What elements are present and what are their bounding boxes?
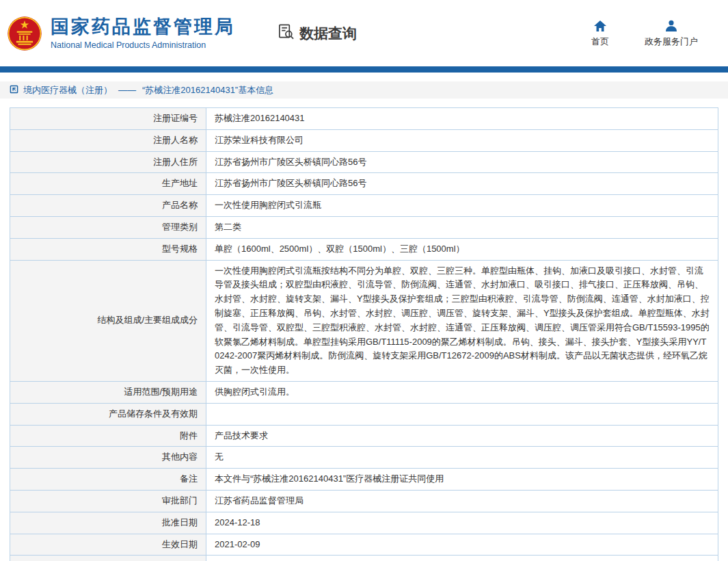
breadcrumb: 境内医疗器械（注册） —— “苏械注准20162140431”基本信息 [0, 81, 728, 99]
top-nav: 首页 政务服务门户 [591, 18, 707, 48]
row-value: 第二类 [206, 216, 718, 238]
doc-search-icon [278, 23, 295, 44]
site-subtitle: National Medical Products Administration [51, 40, 235, 50]
row-label: 管理类别 [10, 216, 206, 238]
row-value: 本文件与“苏械注准20162140431”医疗器械注册证共同使用 [206, 469, 718, 491]
table-row: 注册证编号苏械注准20162140431 [10, 108, 718, 130]
row-value: 单腔（1600ml、2500ml）、双腔（1500ml）、三腔（1500ml） [206, 238, 718, 260]
row-value: 一次性使用胸腔闭式引流瓶按结构不同分为单腔、双腔、三腔三种。单腔型由瓶体、挂钩、… [206, 260, 718, 381]
row-label: 型号规格 [10, 238, 206, 260]
row-value: 2026-02-08 [206, 556, 718, 561]
row-label: 注册人名称 [10, 129, 206, 151]
registration-info-table: 注册证编号苏械注准20162140431注册人名称江苏荣业科技有限公司注册人住所… [10, 107, 718, 561]
row-value: 2024-12-18 [206, 512, 718, 534]
row-label: 结构及组成/主要组成成分 [10, 260, 206, 381]
table-row: 审批部门江苏省药品监督管理局 [10, 490, 718, 512]
nav-portal[interactable]: 政务服务门户 [645, 18, 698, 48]
row-label: 生效日期 [10, 534, 206, 556]
nav-home[interactable]: 首页 [591, 18, 609, 48]
person-icon [664, 18, 678, 32]
table-row: 产品名称一次性使用胸腔闭式引流瓶 [10, 195, 718, 217]
row-label: 注册证编号 [10, 108, 206, 130]
table-row: 注册人名称江苏荣业科技有限公司 [10, 129, 718, 151]
row-label: 备注 [10, 469, 206, 491]
row-label: 生产地址 [10, 173, 206, 195]
table-row: 适用范围/预期用途供胸腔闭式引流用。 [10, 381, 718, 403]
national-emblem-icon [7, 16, 42, 51]
table-row: 批准日期2024-12-18 [10, 512, 718, 534]
table-row: 附件产品技术要求 [10, 425, 718, 447]
table-row: 结构及组成/主要组成成分一次性使用胸腔闭式引流瓶按结构不同分为单腔、双腔、三腔三… [10, 260, 718, 381]
row-value: 江苏省扬州市广陵区头桥镇同心路56号 [206, 151, 718, 173]
row-label: 附件 [10, 425, 206, 447]
row-label: 审批部门 [10, 490, 206, 512]
row-label: 有效期至 [10, 556, 206, 561]
site-brand[interactable]: 国家药品监督管理局 National Medical Products Admi… [7, 16, 235, 51]
row-label: 产品储存条件及有效期 [10, 403, 206, 425]
table-row: 管理类别第二类 [10, 216, 718, 238]
table-row: 注册人住所江苏省扬州市广陵区头桥镇同心路56号 [10, 151, 718, 173]
table-row: 其他内容无 [10, 447, 718, 469]
registration-info-table-wrap: 注册证编号苏械注准20162140431注册人名称江苏荣业科技有限公司注册人住所… [10, 107, 718, 561]
table-row: 产品储存条件及有效期 [10, 403, 718, 425]
row-label: 适用范围/预期用途 [10, 381, 206, 403]
table-row: 有效期至2026-02-08 [10, 556, 718, 561]
row-value: 2021-02-09 [206, 534, 718, 556]
table-row: 备注本文件与“苏械注准20162140431”医疗器械注册证共同使用 [10, 469, 718, 491]
table-row: 型号规格单腔（1600ml、2500ml）、双腔（1500ml）、三腔（1500… [10, 238, 718, 260]
row-value: 江苏省扬州市广陵区头桥镇同心路56号 [206, 173, 718, 195]
home-icon [593, 18, 607, 32]
row-label: 产品名称 [10, 195, 206, 217]
header-divider-bar [0, 66, 728, 73]
row-label: 批准日期 [10, 512, 206, 534]
row-value: 产品技术要求 [206, 425, 718, 447]
row-value: 无 [206, 447, 718, 469]
breadcrumb-separator: —— [118, 85, 136, 95]
data-query-title: 数据查询 [278, 23, 357, 44]
row-value: 供胸腔闭式引流用。 [206, 381, 718, 403]
breadcrumb-current: “苏械注准20162140431”基本信息 [142, 84, 273, 96]
top-header: 国家药品监督管理局 National Medical Products Admi… [0, 0, 728, 66]
breadcrumb-icon [10, 85, 18, 96]
row-value: 江苏荣业科技有限公司 [206, 129, 718, 151]
site-title: 国家药品监督管理局 [51, 16, 235, 38]
row-value: 一次性使用胸腔闭式引流瓶 [206, 195, 718, 217]
row-label: 其他内容 [10, 447, 206, 469]
row-label: 注册人住所 [10, 151, 206, 173]
info-table-body: 注册证编号苏械注准20162140431注册人名称江苏荣业科技有限公司注册人住所… [10, 108, 718, 561]
row-value: 江苏省药品监督管理局 [206, 490, 718, 512]
row-value [206, 403, 718, 425]
table-row: 生效日期2021-02-09 [10, 534, 718, 556]
breadcrumb-category[interactable]: 境内医疗器械（注册） [23, 84, 112, 96]
row-value: 苏械注准20162140431 [206, 108, 718, 130]
table-row: 生产地址江苏省扬州市广陵区头桥镇同心路56号 [10, 173, 718, 195]
